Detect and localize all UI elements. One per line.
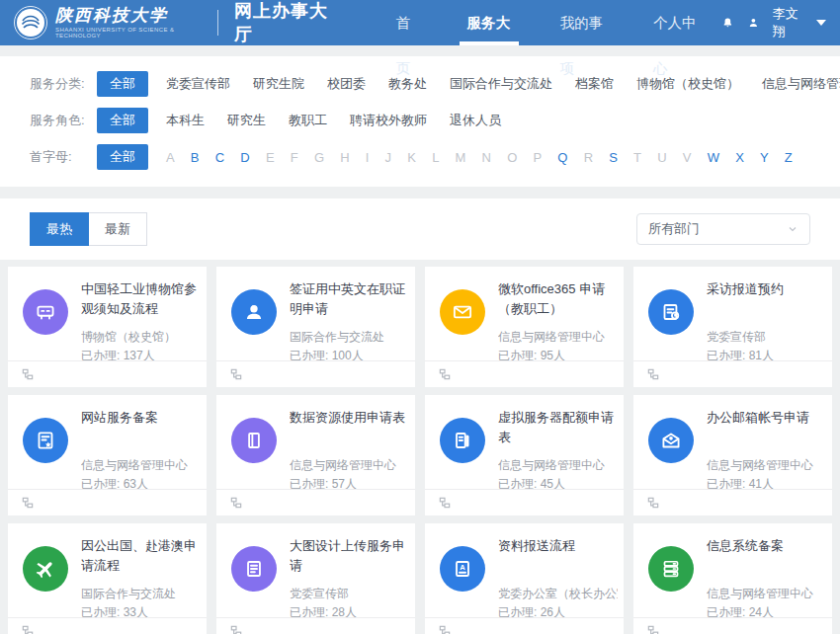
service-title[interactable]: 签证用中英文在职证明申请: [290, 279, 407, 319]
initial-letter[interactable]: I: [366, 150, 370, 165]
initial-letter[interactable]: X: [735, 150, 744, 165]
service-department: 国际合作与交流处: [290, 329, 409, 346]
workflow-icon[interactable]: [21, 624, 35, 634]
portal-title: 网上办事大厅: [234, 0, 333, 46]
initial-letter[interactable]: Q: [557, 150, 567, 165]
initial-letter[interactable]: U: [657, 150, 666, 165]
workflow-icon[interactable]: [646, 367, 660, 381]
initial-letter[interactable]: Z: [785, 150, 793, 165]
document-star-icon: [23, 418, 68, 463]
service-title[interactable]: 虚拟服务器配额申请表: [498, 408, 616, 447]
category-option[interactable]: 国际合作与交流处: [450, 75, 552, 93]
service-card[interactable]: 大图设计上传服务申请 党委宣传部 已办理: 28人: [216, 523, 415, 634]
initial-letter[interactable]: B: [191, 150, 200, 165]
initial-letter[interactable]: E: [266, 150, 275, 165]
nav-service-hall[interactable]: 服务大厅: [443, 0, 536, 45]
category-option[interactable]: 研究生院: [253, 75, 304, 93]
initial-letter[interactable]: J: [385, 150, 392, 165]
role-option[interactable]: 本科生: [166, 112, 205, 129]
user-icon[interactable]: [747, 15, 760, 31]
workflow-icon[interactable]: [229, 496, 243, 510]
service-card[interactable]: 虚拟服务器配额申请表 信息与网络管理中心 已办理: 45人: [425, 395, 624, 515]
sort-hot-button[interactable]: 最热: [30, 212, 89, 246]
nav-my-items[interactable]: 我的事项: [536, 0, 629, 45]
workflow-icon[interactable]: [229, 367, 243, 381]
service-title[interactable]: 采访报道预约: [707, 279, 824, 299]
university-logo: [14, 6, 47, 40]
service-title[interactable]: 信息系统备案: [707, 536, 824, 556]
service-title[interactable]: 办公邮箱帐号申请: [707, 408, 824, 428]
initial-all-chip[interactable]: 全部: [97, 144, 148, 170]
role-option[interactable]: 教职工: [289, 112, 327, 129]
initial-letter[interactable]: L: [432, 150, 439, 165]
category-option[interactable]: 档案馆: [575, 75, 614, 93]
service-card[interactable]: A 资料报送流程 党委办公室（校长办公室） 已办理: 26人: [425, 523, 624, 634]
department-dropdown[interactable]: 所有部门: [636, 213, 810, 245]
service-title[interactable]: 数据资源使用申请表: [290, 408, 407, 428]
initial-letter[interactable]: N: [482, 150, 491, 165]
department-dropdown-value: 所有部门: [648, 220, 700, 238]
workflow-icon[interactable]: [438, 367, 452, 381]
service-department: 信息与网络管理中心: [290, 457, 409, 474]
nav-personal-center[interactable]: 个人中心: [629, 0, 721, 45]
role-option[interactable]: 聘请校外教师: [350, 112, 427, 129]
service-card[interactable]: 采访报道预约 党委宣传部 已办理: 81人: [633, 267, 832, 387]
initial-letter[interactable]: G: [314, 150, 324, 165]
workflow-icon[interactable]: [21, 367, 35, 381]
initial-letter[interactable]: W: [708, 150, 719, 165]
role-option[interactable]: 研究生: [227, 112, 266, 129]
service-card[interactable]: 微软office365 申请（教职工） 信息与网络管理中心 已办理: 95人: [425, 267, 624, 387]
initial-letter[interactable]: M: [456, 150, 466, 165]
nav-home[interactable]: 首页: [371, 0, 442, 45]
service-card[interactable]: 网站服务备案 信息与网络管理中心 已办理: 63人: [8, 395, 207, 515]
workflow-icon[interactable]: [21, 496, 35, 510]
user-menu-caret-icon[interactable]: [816, 20, 826, 26]
airplane-icon: [23, 546, 68, 592]
initial-letter[interactable]: R: [584, 150, 593, 165]
sort-new-button[interactable]: 最新: [89, 212, 147, 246]
service-title[interactable]: 大图设计上传服务申请: [290, 536, 407, 576]
initial-letter[interactable]: K: [407, 150, 416, 165]
user-name[interactable]: 李文翔: [773, 5, 803, 40]
service-department: 信息与网络管理中心: [707, 457, 826, 474]
role-all-chip[interactable]: 全部: [97, 108, 148, 133]
service-card[interactable]: 因公出国、赴港澳申请流程 国际合作与交流处 已办理: 33人: [8, 523, 207, 634]
workflow-icon[interactable]: [646, 496, 660, 510]
initial-letter[interactable]: P: [533, 150, 542, 165]
card-footer: [633, 360, 832, 387]
initial-letter[interactable]: V: [683, 150, 692, 165]
initial-letter[interactable]: D: [240, 150, 249, 165]
service-card[interactable]: 信息系统备案 信息与网络管理中心 已办理: 24人: [633, 523, 832, 634]
initial-letter[interactable]: Y: [760, 150, 769, 165]
role-option[interactable]: 退休人员: [450, 112, 501, 129]
category-option[interactable]: 信息与网络管理中心: [762, 75, 840, 93]
workflow-icon[interactable]: [438, 496, 452, 510]
initial-letter[interactable]: F: [291, 150, 298, 165]
initial-letter[interactable]: C: [215, 150, 224, 165]
workflow-icon[interactable]: [229, 624, 243, 634]
service-card[interactable]: 中国轻工业博物馆参观须知及流程 博物馆（校史馆） 已办理: 137人: [8, 267, 207, 387]
category-option[interactable]: 党委宣传部: [166, 75, 230, 93]
service-title[interactable]: 中国轻工业博物馆参观须知及流程: [81, 279, 199, 319]
service-card[interactable]: 签证用中英文在职证明申请 国际合作与交流处 已办理: 100人: [216, 267, 415, 387]
category-all-chip[interactable]: 全部: [97, 71, 148, 97]
bell-icon[interactable]: [721, 15, 734, 31]
workflow-icon[interactable]: [646, 624, 660, 634]
initial-letter[interactable]: T: [633, 150, 641, 165]
document-a-icon: A: [440, 546, 485, 592]
service-card[interactable]: 数据资源使用申请表 信息与网络管理中心 已办理: 57人: [216, 395, 415, 515]
workflow-icon[interactable]: [438, 624, 452, 634]
service-title[interactable]: 网站服务备案: [81, 408, 199, 428]
category-option[interactable]: 校团委: [327, 75, 366, 93]
initial-letter[interactable]: H: [340, 150, 349, 165]
service-title[interactable]: 资料报送流程: [498, 536, 616, 556]
category-option[interactable]: 博物馆（校史馆）: [636, 75, 739, 93]
service-title[interactable]: 因公出国、赴港澳申请流程: [81, 536, 199, 576]
service-title[interactable]: 微软office365 申请（教职工）: [498, 279, 616, 319]
university-name: 陕西科技大学: [55, 6, 202, 25]
initial-letter[interactable]: S: [609, 150, 618, 165]
service-card[interactable]: 办公邮箱帐号申请 信息与网络管理中心 已办理: 41人: [633, 395, 832, 515]
initial-letter[interactable]: O: [507, 150, 517, 165]
initial-letter[interactable]: A: [166, 150, 175, 165]
service-department: 信息与网络管理中心: [707, 586, 826, 602]
